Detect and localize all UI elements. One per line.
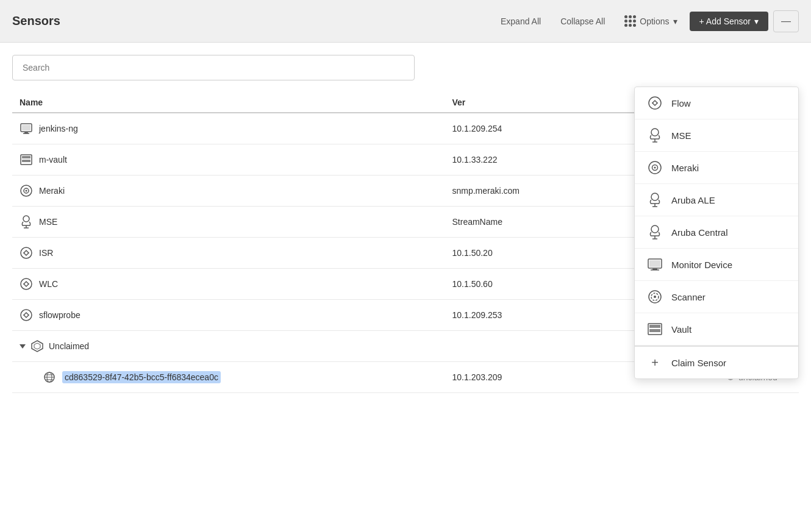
collapse-all-button[interactable]: Collapse All — [553, 13, 612, 30]
col-name: Name — [12, 93, 445, 113]
search-box — [12, 55, 415, 80]
dropdown-item-vault-label: Vault — [671, 324, 691, 335]
svg-point-33 — [651, 225, 659, 233]
dropdown-item-meraki-label: Meraki — [671, 163, 699, 173]
dropdown-item-claim-label: Claim Sensor — [671, 358, 726, 368]
aruba-central-dropdown-icon — [647, 224, 663, 240]
svg-rect-37 — [649, 260, 660, 267]
meraki-icon — [20, 184, 33, 197]
dropdown-item-aruba-central-label: Aruba Central — [671, 227, 728, 238]
dropdown-item-monitor-device-label: Monitor Device — [671, 260, 732, 270]
svg-point-10 — [23, 216, 29, 222]
add-sensor-chevron-icon: ▾ — [754, 16, 759, 26]
svg-marker-16 — [32, 341, 43, 352]
unclaimed-group-label: Unclaimed — [49, 341, 89, 351]
dropdown-item-flow[interactable]: Flow — [635, 87, 798, 119]
add-sensor-button[interactable]: + Add Sensor ▾ — [690, 12, 768, 31]
sensor-name: jenkins-ng — [39, 124, 78, 133]
mse-icon — [20, 215, 33, 229]
monitor-device-dropdown-icon — [647, 257, 663, 272]
sensor-name-cell: ISR — [12, 238, 445, 269]
options-chevron-icon: ▾ — [673, 16, 677, 26]
sensor-name: Meraki — [39, 186, 65, 196]
svg-rect-5 — [22, 156, 30, 158]
unclaimed-group-icon — [30, 339, 44, 353]
claim-sensor-icon: + — [647, 355, 663, 371]
svg-rect-45 — [649, 329, 660, 332]
svg-point-23 — [649, 97, 661, 109]
vault-dropdown-icon — [647, 321, 663, 337]
options-label: Options — [640, 16, 669, 26]
dropdown-item-monitor-device[interactable]: Monitor Device — [635, 249, 798, 281]
header: Sensors Expand All Collapse All Options … — [0, 0, 811, 43]
sensor-name-cell: MSE — [12, 207, 445, 238]
sensor-name: ISR — [39, 248, 53, 258]
add-sensor-label: + Add Sensor — [699, 16, 751, 26]
sensor-name: sflowprobe — [39, 310, 80, 320]
dropdown-item-scanner[interactable]: Scanner — [635, 281, 798, 313]
dropdown-item-claim-sensor[interactable]: + Claim Sensor — [635, 346, 798, 378]
sensor-name-cell: m-vault — [12, 144, 445, 176]
dropdown-item-aruba-central[interactable]: Aruba Central — [635, 216, 798, 249]
dropdown-item-mse[interactable]: MSE — [635, 119, 798, 152]
more-button[interactable]: — — [773, 10, 799, 32]
dropdown-item-scanner-label: Scanner — [671, 292, 706, 302]
sensor-name-cell: WLC — [12, 269, 445, 300]
mse-dropdown-icon — [647, 127, 663, 143]
sensor-name: m-vault — [39, 155, 67, 165]
dropdown-item-aruba-ale[interactable]: Aruba ALE — [635, 184, 798, 216]
monitor-icon — [20, 122, 33, 135]
svg-point-14 — [21, 278, 32, 289]
sensor-name: WLC — [39, 279, 58, 289]
dropdown-item-flow-label: Flow — [671, 98, 691, 108]
vault-icon — [20, 153, 33, 166]
svg-point-42 — [654, 296, 656, 298]
page-title: Sensors — [12, 14, 493, 28]
dropdown-item-meraki[interactable]: Meraki — [635, 152, 798, 184]
sensor-name-cell: Meraki — [12, 176, 445, 207]
sensor-name: cd863529-8f47-42b5-bcc5-ff6834ecea0c — [62, 371, 221, 383]
dropdown-item-aruba-ale-label: Aruba ALE — [671, 195, 715, 205]
search-input[interactable] — [12, 55, 415, 80]
svg-point-29 — [654, 167, 656, 169]
svg-rect-3 — [22, 125, 30, 130]
flow-icon — [20, 277, 33, 291]
sensor-name-cell: sflowprobe — [12, 300, 445, 331]
globe-icon — [43, 371, 56, 384]
flow-icon — [20, 308, 33, 322]
svg-point-24 — [651, 129, 659, 136]
dropdown-item-mse-label: MSE — [671, 130, 691, 141]
svg-rect-44 — [649, 325, 660, 328]
svg-point-9 — [26, 190, 27, 192]
main-content: Name Ver — [0, 43, 811, 405]
svg-rect-6 — [22, 160, 30, 162]
svg-point-13 — [21, 247, 32, 258]
aruba-ale-dropdown-icon — [647, 192, 663, 208]
scanner-dropdown-icon — [647, 289, 663, 305]
flow-dropdown-icon — [647, 95, 663, 111]
flow-icon — [20, 246, 33, 260]
add-sensor-dropdown: Flow MSE — [634, 87, 799, 379]
sensor-name: MSE — [39, 217, 57, 227]
header-actions: Expand All Collapse All Options ▾ + Add … — [493, 10, 799, 32]
svg-point-30 — [651, 193, 659, 200]
options-button[interactable]: Options ▾ — [617, 12, 684, 30]
meraki-dropdown-icon — [647, 160, 663, 176]
svg-point-15 — [21, 310, 32, 321]
options-grid-icon — [624, 15, 636, 27]
expand-all-button[interactable]: Expand All — [493, 13, 548, 30]
svg-marker-17 — [34, 343, 40, 349]
sensor-name-cell: jenkins-ng — [12, 113, 445, 144]
chevron-down-icon — [20, 344, 26, 349]
sensor-name-cell: cd863529-8f47-42b5-bcc5-ff6834ecea0c — [12, 362, 445, 393]
dropdown-item-vault[interactable]: Vault — [635, 313, 798, 346]
